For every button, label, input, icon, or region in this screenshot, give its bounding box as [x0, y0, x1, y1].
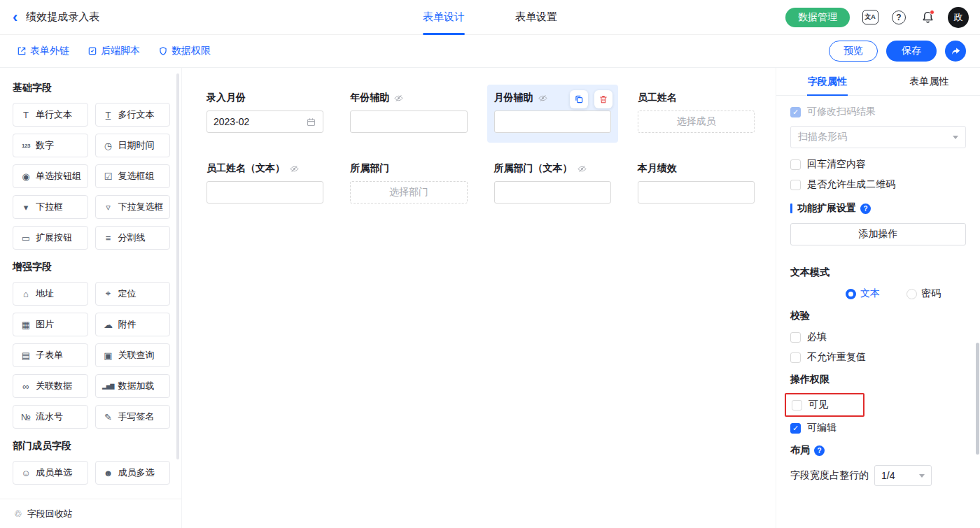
editable-checkbox-row[interactable]: 可编辑 [790, 422, 966, 434]
checkbox-checked[interactable] [790, 423, 801, 434]
back-icon[interactable]: ‹ [13, 10, 18, 25]
copy-field-button[interactable] [570, 90, 588, 108]
help-icon[interactable]: ? [890, 9, 907, 26]
form-design-canvas[interactable]: 录入月份 2023-02 年份辅助 月份辅助 [183, 68, 776, 528]
palette-item-signature[interactable]: ✎手写签名 [95, 405, 171, 429]
notification-bell-icon[interactable] [919, 9, 936, 26]
save-button[interactable]: 保存 [886, 41, 937, 62]
scan-result-checkbox-row[interactable]: 可修改扫码结果 [790, 106, 966, 118]
clear-on-enter-checkbox-row[interactable]: 回车清空内容 [790, 158, 966, 171]
no-duplicate-checkbox-row[interactable]: 不允许重复值 [790, 351, 966, 364]
checkbox-unchecked[interactable] [790, 352, 801, 363]
add-action-button[interactable]: 添加操作 [790, 223, 966, 245]
help-question-icon[interactable]: ? [814, 445, 825, 456]
palette-item-extend-button[interactable]: ▭扩展按钮 [13, 226, 88, 250]
data-permission-link[interactable]: 数据权限 [158, 45, 211, 57]
tab-form-settings[interactable]: 表单设置 [515, 0, 557, 35]
checkbox-checked-disabled[interactable] [790, 107, 801, 117]
tab-label: 表单设计 [423, 10, 465, 24]
data-manage-button[interactable]: 数据管理 [785, 8, 850, 27]
form-external-link[interactable]: 表单外链 [17, 45, 69, 57]
toolbar-links: 表单外链 后端脚本 数据权限 [17, 45, 211, 57]
section-accent-bar [790, 204, 792, 213]
palette-item-divider[interactable]: ≡分割线 [95, 226, 171, 250]
text-input[interactable] [350, 110, 467, 133]
palette-item-dropdown[interactable]: ▾下拉框 [13, 195, 88, 219]
member-multi-icon: ☻ [102, 468, 115, 478]
palette-item-subform[interactable]: ▤子表单 [13, 343, 88, 367]
help-question-icon[interactable]: ? [860, 204, 871, 214]
recycle-label: 字段回收站 [27, 508, 73, 520]
form-field-employee-name[interactable]: 员工姓名 选择成员 [631, 85, 762, 143]
language-glyph: 文A [862, 10, 878, 24]
basic-fields-grid: T单行文本 T̲多行文本 123数字 ◷日期时间 ◉单选按钮组 ☑复选框组 ▾下… [13, 103, 170, 250]
palette-item-address[interactable]: ⌂地址 [13, 282, 88, 306]
select-value: 1/4 [881, 470, 895, 481]
form-field-month-helper[interactable]: 月份辅助 [487, 85, 618, 143]
avatar[interactable]: 政 [948, 7, 969, 28]
checkbox-unchecked[interactable] [792, 400, 802, 411]
form-field-department[interactable]: 所属部门 选择部门 [343, 155, 474, 213]
palette-item-datetime[interactable]: ◷日期时间 [95, 134, 171, 157]
palette-item-member-multi[interactable]: ☻成员多选 [95, 461, 171, 485]
palette-item-label: 扩展按钮 [36, 231, 72, 244]
palette-item-single-line-text[interactable]: T单行文本 [13, 103, 88, 127]
form-field-entry-month[interactable]: 录入月份 2023-02 [200, 85, 330, 143]
field-width-select[interactable]: 1/4 [874, 465, 932, 486]
image-icon: ▦ [19, 320, 33, 330]
visible-checkbox-row[interactable]: 可见 [792, 399, 828, 411]
scan-mode-select[interactable]: 扫描条形码 [790, 126, 966, 148]
field-width-label: 字段宽度占整行的 [790, 469, 869, 482]
text-input[interactable] [494, 181, 611, 204]
radio-text-mode[interactable]: 文本 [846, 287, 880, 300]
palette-item-label: 关联查询 [118, 349, 155, 362]
language-icon[interactable]: 文A [862, 9, 878, 26]
share-button[interactable] [945, 41, 966, 62]
allow-qrcode-checkbox-row[interactable]: 是否允许生成二维码 [790, 178, 966, 191]
panel-scrollbar[interactable] [976, 343, 979, 455]
date-input[interactable]: 2023-02 [206, 110, 323, 133]
chevron-down-icon [953, 136, 958, 139]
palette-item-multi-dropdown[interactable]: ▿下拉复选框 [95, 195, 171, 219]
text-input[interactable] [638, 181, 755, 204]
text-input[interactable] [206, 181, 323, 204]
tab-form-design[interactable]: 表单设计 [423, 0, 465, 35]
palette-item-radio-group[interactable]: ◉单选按钮组 [13, 164, 88, 188]
palette-item-multi-line-text[interactable]: T̲多行文本 [95, 103, 171, 127]
preview-button[interactable]: 预览 [829, 41, 878, 62]
palette-item-linked-query[interactable]: ▣关联查询 [95, 343, 171, 367]
required-checkbox-row[interactable]: 必填 [790, 331, 966, 343]
palette-item-data-load[interactable]: ▂▅▇数据加载 [95, 374, 171, 398]
checkbox-unchecked[interactable] [790, 180, 801, 190]
text-input[interactable] [494, 110, 611, 133]
field-recycle-bin[interactable]: ♲ 字段回收站 [0, 499, 182, 528]
delete-field-button[interactable] [594, 90, 612, 108]
multi-line-text-icon: T̲ [102, 110, 115, 120]
palette-item-location[interactable]: ⌖定位 [95, 282, 171, 306]
field-placeholder: 选择成员 [676, 115, 715, 128]
script-icon [88, 46, 97, 56]
palette-item-serial-number[interactable]: №流水号 [13, 405, 88, 429]
form-field-department-text[interactable]: 所属部门（文本） [487, 155, 618, 213]
palette-item-attachment[interactable]: ☁附件 [95, 313, 171, 336]
checkbox-unchecked[interactable] [790, 159, 801, 170]
palette-item-image[interactable]: ▦图片 [13, 313, 88, 336]
backend-script-link[interactable]: 后端脚本 [88, 45, 140, 57]
form-field-employee-name-text[interactable]: 员工姓名（文本） [200, 155, 330, 213]
data-load-icon: ▂▅▇ [102, 383, 115, 390]
tab-form-properties[interactable]: 表单属性 [878, 68, 980, 95]
checkbox-unchecked[interactable] [790, 332, 801, 343]
form-field-month-performance[interactable]: 本月绩效 [631, 155, 762, 213]
member-single-icon: ☺ [19, 468, 33, 478]
department-picker[interactable]: 选择部门 [350, 181, 467, 204]
form-field-year-helper[interactable]: 年份辅助 [343, 85, 474, 143]
radio-password-mode[interactable]: 密码 [906, 287, 941, 300]
member-picker[interactable]: 选择成员 [638, 110, 755, 133]
sidebar-scrollbar[interactable] [176, 73, 179, 459]
external-link-icon [17, 46, 27, 56]
palette-item-member-single[interactable]: ☺成员单选 [13, 461, 88, 485]
tab-field-properties[interactable]: 字段属性 [776, 68, 878, 95]
palette-item-number[interactable]: 123数字 [13, 134, 88, 157]
palette-item-linked-data[interactable]: ∞关联数据 [13, 374, 88, 398]
palette-item-checkbox-group[interactable]: ☑复选框组 [95, 164, 171, 188]
